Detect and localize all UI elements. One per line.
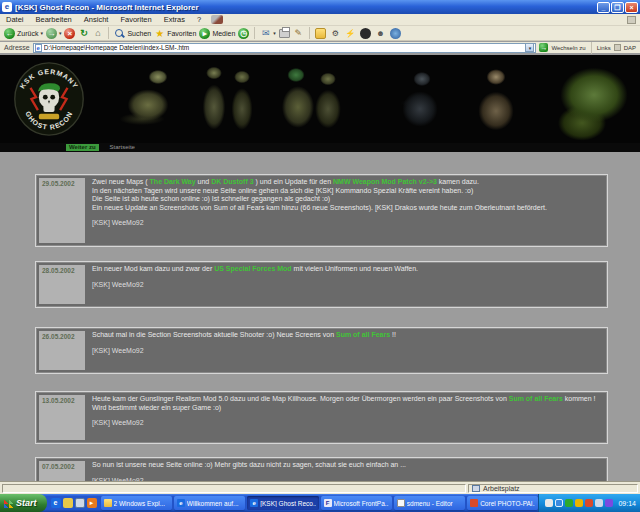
soldier-image — [106, 59, 188, 141]
news-date: 28.05.2002 — [39, 265, 85, 304]
soldier-image — [386, 59, 458, 141]
search-label: Suchen — [127, 30, 151, 37]
antivirus-icon[interactable] — [575, 499, 583, 507]
media-player-icon[interactable]: ▸ — [87, 498, 97, 508]
person-icon[interactable]: ☻ — [375, 28, 386, 39]
page-icon: e — [35, 44, 42, 52]
news-text: Ein neues Update an Screenshots von Sum … — [92, 204, 547, 211]
task-button[interactable]: FMicrosoft FrontPa... — [321, 496, 392, 510]
stop-icon: × — [64, 28, 75, 39]
mail-caret-icon[interactable]: ▾ — [273, 30, 276, 36]
menu-corner-icon[interactable] — [627, 16, 636, 24]
maximize-button[interactable]: ❐ — [611, 2, 624, 13]
address-bar: Adresse e D:\Homepage\Homepage Dateien\i… — [0, 42, 640, 55]
update-icon[interactable] — [585, 499, 593, 507]
forward-icon: → — [46, 28, 57, 39]
lightning-icon[interactable]: ⚡ — [345, 28, 356, 39]
task-button[interactable]: Corel PHOTO-PAI... — [467, 496, 538, 510]
menu-item[interactable]: ? — [191, 15, 207, 24]
news-text: Schaut mal in die Section Screenshots ak… — [92, 331, 336, 338]
menu-item[interactable]: Extras — [158, 15, 191, 24]
news-text: mit vielen Uniformen und neuen Waffen. — [292, 265, 418, 272]
soldier-image — [266, 59, 354, 141]
taskbar-clock: 09:14 — [618, 500, 636, 507]
task-button[interactable]: eWillkommen auf... — [174, 496, 245, 510]
nav-item[interactable]: Weiter zu — [66, 144, 99, 151]
menu-item[interactable]: Favoriten — [114, 15, 157, 24]
ie-icon: e — [177, 499, 185, 507]
news-link[interactable]: The Dark Way — [150, 178, 196, 185]
task-button[interactable]: e[KSK] Ghost Reco... — [247, 496, 318, 510]
news-link[interactable]: Sum of all Fears — [509, 395, 563, 402]
internet-explorer-icon[interactable]: e — [51, 498, 61, 508]
address-input[interactable]: e D:\Homepage\Homepage Dateien\index-LSM… — [33, 43, 537, 53]
page-viewport: KSK GERMANY GHOST RECON — [0, 55, 640, 481]
news-link[interactable]: NMW Weapon Mod Patch v2->3 — [333, 178, 437, 185]
news-link[interactable]: Sum of all Fears — [336, 331, 390, 338]
folder-icon[interactable] — [315, 28, 326, 39]
menu-extra-icon[interactable] — [211, 15, 223, 24]
messenger-icon[interactable] — [360, 28, 371, 39]
minimize-button[interactable]: _ — [597, 2, 610, 13]
start-button[interactable]: Start — [0, 494, 47, 512]
favorites-button[interactable]: ★ Favoriten — [154, 28, 196, 39]
messenger-icon[interactable] — [565, 499, 573, 507]
news-date: 13.05.2002 — [39, 395, 85, 440]
gear-icon[interactable]: ⚙ — [330, 28, 341, 39]
news-link[interactable]: DK Dustoff 3 — [211, 178, 253, 185]
news-entry: 26.05.2002Schaut mal in die Section Scre… — [35, 327, 608, 374]
network-icon[interactable] — [555, 499, 563, 507]
task-button[interactable]: 2 Windows Expl... — [101, 496, 172, 510]
favorites-star-icon: ★ — [154, 28, 165, 39]
back-caret-icon[interactable]: ▾ — [40, 30, 43, 36]
stop-button[interactable]: × — [64, 28, 75, 39]
task-label: Willkommen auf... — [187, 500, 239, 507]
print-button[interactable] — [279, 29, 290, 38]
go-icon[interactable]: → — [539, 43, 548, 52]
quick-launch: e▸ — [47, 498, 101, 508]
soldier-image — [190, 59, 262, 141]
history-button[interactable]: ◷ — [238, 28, 249, 39]
forward-button[interactable]: → ▾ — [46, 28, 62, 39]
media-button[interactable]: ▸ Medien — [199, 28, 235, 39]
menu-item[interactable]: Bearbeiten — [30, 15, 78, 24]
close-button[interactable]: × — [625, 2, 638, 13]
menu-item[interactable]: Datei — [0, 15, 30, 24]
media-label: Medien — [212, 30, 235, 37]
refresh-button[interactable]: ↻ — [78, 28, 89, 39]
links-label[interactable]: Links — [597, 45, 611, 51]
forward-caret-icon[interactable]: ▾ — [59, 30, 62, 36]
show-desktop-icon[interactable] — [75, 498, 85, 508]
news-body: Heute kam der Gunslinger Realism Mod 5.0… — [92, 395, 604, 412]
history-clock-icon: ◷ — [238, 28, 249, 39]
search-button[interactable]: Suchen — [114, 28, 151, 39]
edit-button[interactable]: ✎ — [293, 28, 304, 39]
mail-button[interactable]: ✉ ▾ — [260, 28, 276, 39]
news-link[interactable]: US Special Forces Mod — [214, 265, 291, 272]
webcall-icon[interactable] — [390, 28, 401, 39]
links-chevron-icon[interactable] — [614, 44, 621, 51]
news-text: Ein neuer Mod kam dazu und zwar der — [92, 265, 214, 272]
dap-toolbar-label[interactable]: DAP — [624, 45, 636, 51]
search-icon — [114, 28, 125, 39]
refresh-icon: ↻ — [78, 28, 89, 39]
address-separator — [591, 42, 592, 54]
internet-explorer-icon: e — [2, 2, 12, 12]
nav-item[interactable]: Startseite — [107, 144, 138, 151]
toolbar-separator — [108, 27, 109, 39]
scheduler-icon[interactable] — [605, 499, 613, 507]
home-button[interactable]: ⌂ — [92, 28, 103, 39]
task-buttons: 2 Windows Expl...eWillkommen auf...e[KSK… — [101, 496, 539, 510]
menu-item[interactable]: Ansicht — [78, 15, 115, 24]
news-date: 26.05.2002 — [39, 331, 85, 370]
title-bar[interactable]: e [KSK] Ghost Recon - Microsoft Internet… — [0, 0, 640, 14]
volume-icon[interactable] — [545, 499, 553, 507]
back-button[interactable]: ← Zurück ▾ — [4, 28, 43, 39]
address-dropdown-icon[interactable]: ▾ — [525, 43, 534, 52]
display-icon[interactable] — [595, 499, 603, 507]
go-label[interactable]: Wechseln zu — [551, 45, 585, 51]
outlook-icon[interactable] — [63, 498, 73, 508]
clan-logo: KSK GERMANY GHOST RECON — [12, 59, 86, 139]
news-line: Zwei neue Maps ( The Dark Way und DK Dus… — [92, 178, 604, 187]
task-button[interactable]: sdmenu - Editor — [394, 496, 465, 510]
